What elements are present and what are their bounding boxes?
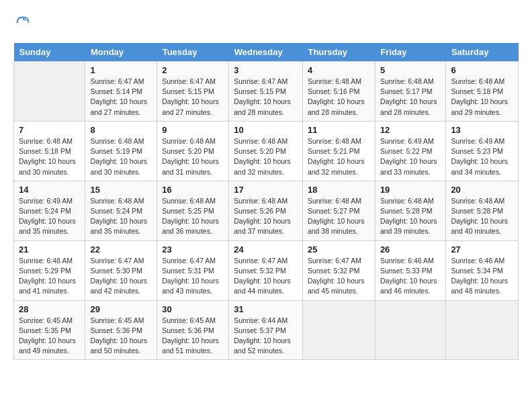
daylight-label: Daylight: 10 hours and 27 minutes. — [162, 97, 219, 116]
calendar-cell: 14 Sunrise: 6:49 AM Sunset: 5:24 PM Dayl… — [14, 181, 85, 240]
daylight-label: Daylight: 10 hours and 41 minutes. — [19, 277, 76, 295]
sunset-label: Sunset: 5:36 PM — [162, 326, 214, 334]
day-number: 2 — [162, 65, 224, 75]
calendar-body: 1 Sunrise: 6:47 AM Sunset: 5:14 PM Dayli… — [14, 62, 519, 360]
daylight-label: Daylight: 10 hours and 32 minutes. — [308, 157, 365, 175]
daylight-label: Daylight: 10 hours and 28 minutes. — [380, 97, 437, 116]
day-number: 23 — [162, 244, 224, 255]
calendar-cell: 3 Sunrise: 6:47 AM Sunset: 5:15 PM Dayli… — [229, 62, 303, 122]
daylight-label: Daylight: 10 hours and 31 minutes. — [162, 157, 219, 175]
sunset-label: Sunset: 5:20 PM — [162, 147, 214, 155]
calendar-header-saturday: Saturday — [446, 43, 519, 62]
day-number: 7 — [19, 125, 80, 135]
daylight-label: Daylight: 10 hours and 29 minutes. — [451, 97, 508, 116]
sunrise-label: Sunrise: 6:49 AM — [380, 137, 434, 145]
day-info: Sunrise: 6:48 AM Sunset: 5:24 PM Dayligh… — [90, 196, 152, 237]
day-number: 31 — [234, 304, 298, 314]
calendar-cell: 6 Sunrise: 6:48 AM Sunset: 5:18 PM Dayli… — [446, 62, 519, 122]
daylight-label: Daylight: 10 hours and 37 minutes. — [234, 217, 291, 235]
sunrise-label: Sunrise: 6:48 AM — [451, 197, 504, 205]
sunset-label: Sunset: 5:37 PM — [234, 326, 286, 334]
calendar-cell: 4 Sunrise: 6:48 AM Sunset: 5:16 PM Dayli… — [302, 62, 375, 122]
calendar-week-row: 28 Sunrise: 6:45 AM Sunset: 5:35 PM Dayl… — [14, 300, 519, 360]
sunrise-label: Sunrise: 6:47 AM — [308, 257, 361, 265]
day-info: Sunrise: 6:48 AM Sunset: 5:19 PM Dayligh… — [90, 136, 152, 177]
calendar-cell: 16 Sunrise: 6:48 AM Sunset: 5:25 PM Dayl… — [157, 181, 229, 240]
sunrise-label: Sunrise: 6:49 AM — [451, 137, 504, 145]
calendar-cell: 5 Sunrise: 6:48 AM Sunset: 5:17 PM Dayli… — [375, 62, 446, 122]
day-number: 1 — [90, 65, 152, 75]
daylight-label: Daylight: 10 hours and 30 minutes. — [90, 157, 147, 175]
sunrise-label: Sunrise: 6:46 AM — [380, 257, 434, 265]
day-number: 3 — [234, 65, 298, 75]
daylight-label: Daylight: 10 hours and 51 minutes. — [162, 336, 219, 355]
calendar-cell: 7 Sunrise: 6:48 AM Sunset: 5:18 PM Dayli… — [14, 121, 85, 181]
sunrise-label: Sunrise: 6:48 AM — [380, 77, 434, 85]
daylight-label: Daylight: 10 hours and 35 minutes. — [90, 217, 147, 235]
sunrise-label: Sunrise: 6:48 AM — [380, 197, 434, 205]
daylight-label: Daylight: 10 hours and 33 minutes. — [380, 157, 437, 175]
day-number: 25 — [308, 244, 370, 255]
day-info: Sunrise: 6:46 AM Sunset: 5:33 PM Dayligh… — [380, 256, 441, 297]
sunrise-label: Sunrise: 6:45 AM — [162, 316, 216, 324]
sunset-label: Sunset: 5:31 PM — [162, 267, 214, 275]
calendar-cell: 29 Sunrise: 6:45 AM Sunset: 5:36 PM Dayl… — [85, 300, 157, 360]
daylight-label: Daylight: 10 hours and 40 minutes. — [451, 217, 508, 235]
sunset-label: Sunset: 5:15 PM — [234, 87, 286, 95]
day-number: 18 — [308, 185, 370, 195]
page-header — [13, 13, 519, 32]
sunrise-label: Sunrise: 6:44 AM — [234, 316, 287, 324]
day-info: Sunrise: 6:48 AM Sunset: 5:20 PM Dayligh… — [162, 136, 224, 177]
daylight-label: Daylight: 10 hours and 39 minutes. — [380, 217, 437, 235]
calendar-week-row: 7 Sunrise: 6:48 AM Sunset: 5:18 PM Dayli… — [14, 121, 519, 181]
day-number: 6 — [451, 65, 513, 75]
sunset-label: Sunset: 5:27 PM — [308, 207, 360, 215]
day-number: 10 — [234, 125, 298, 135]
day-number: 14 — [19, 185, 80, 195]
day-number: 17 — [234, 185, 298, 195]
day-number: 11 — [308, 125, 370, 135]
calendar-cell: 12 Sunrise: 6:49 AM Sunset: 5:22 PM Dayl… — [375, 121, 446, 181]
calendar-header-sunday: Sunday — [14, 43, 85, 62]
day-info: Sunrise: 6:48 AM Sunset: 5:21 PM Dayligh… — [308, 136, 370, 177]
sunset-label: Sunset: 5:28 PM — [451, 207, 503, 215]
calendar-cell: 13 Sunrise: 6:49 AM Sunset: 5:23 PM Dayl… — [446, 121, 519, 181]
sunrise-label: Sunrise: 6:47 AM — [90, 77, 144, 85]
day-info: Sunrise: 6:44 AM Sunset: 5:37 PM Dayligh… — [234, 316, 298, 357]
sunrise-label: Sunrise: 6:48 AM — [234, 197, 287, 205]
sunrise-label: Sunrise: 6:48 AM — [162, 197, 216, 205]
calendar-cell: 11 Sunrise: 6:48 AM Sunset: 5:21 PM Dayl… — [302, 121, 375, 181]
day-info: Sunrise: 6:47 AM Sunset: 5:15 PM Dayligh… — [162, 77, 224, 118]
daylight-label: Daylight: 10 hours and 34 minutes. — [451, 157, 508, 175]
day-info: Sunrise: 6:49 AM Sunset: 5:22 PM Dayligh… — [380, 136, 441, 177]
daylight-label: Daylight: 10 hours and 43 minutes. — [162, 277, 219, 295]
daylight-label: Daylight: 10 hours and 35 minutes. — [19, 217, 76, 235]
day-info: Sunrise: 6:48 AM Sunset: 5:28 PM Dayligh… — [380, 196, 441, 237]
calendar-week-row: 1 Sunrise: 6:47 AM Sunset: 5:14 PM Dayli… — [14, 62, 519, 122]
sunrise-label: Sunrise: 6:45 AM — [19, 316, 73, 324]
day-number: 28 — [19, 304, 80, 314]
sunset-label: Sunset: 5:33 PM — [380, 267, 433, 275]
sunset-label: Sunset: 5:36 PM — [90, 326, 142, 334]
sunset-label: Sunset: 5:21 PM — [308, 147, 360, 155]
calendar-cell: 24 Sunrise: 6:47 AM Sunset: 5:32 PM Dayl… — [229, 240, 303, 300]
sunset-label: Sunset: 5:14 PM — [90, 87, 142, 95]
calendar-header-row: SundayMondayTuesdayWednesdayThursdayFrid… — [14, 43, 519, 62]
day-number: 30 — [162, 304, 224, 314]
daylight-label: Daylight: 10 hours and 36 minutes. — [162, 217, 219, 235]
sunset-label: Sunset: 5:29 PM — [19, 267, 71, 275]
sunrise-label: Sunrise: 6:45 AM — [90, 316, 144, 324]
day-number: 29 — [90, 304, 152, 314]
day-info: Sunrise: 6:48 AM Sunset: 5:18 PM Dayligh… — [451, 77, 513, 118]
daylight-label: Daylight: 10 hours and 28 minutes. — [234, 97, 291, 116]
calendar-cell: 20 Sunrise: 6:48 AM Sunset: 5:28 PM Dayl… — [446, 181, 519, 240]
sunrise-label: Sunrise: 6:47 AM — [90, 257, 144, 265]
day-info: Sunrise: 6:48 AM Sunset: 5:20 PM Dayligh… — [234, 136, 298, 177]
daylight-label: Daylight: 10 hours and 52 minutes. — [234, 336, 291, 355]
day-number: 21 — [19, 244, 80, 255]
sunrise-label: Sunrise: 6:47 AM — [162, 257, 216, 265]
day-number: 13 — [451, 125, 513, 135]
calendar-cell — [302, 300, 375, 360]
sunset-label: Sunset: 5:20 PM — [234, 147, 286, 155]
daylight-label: Daylight: 10 hours and 48 minutes. — [451, 277, 508, 295]
